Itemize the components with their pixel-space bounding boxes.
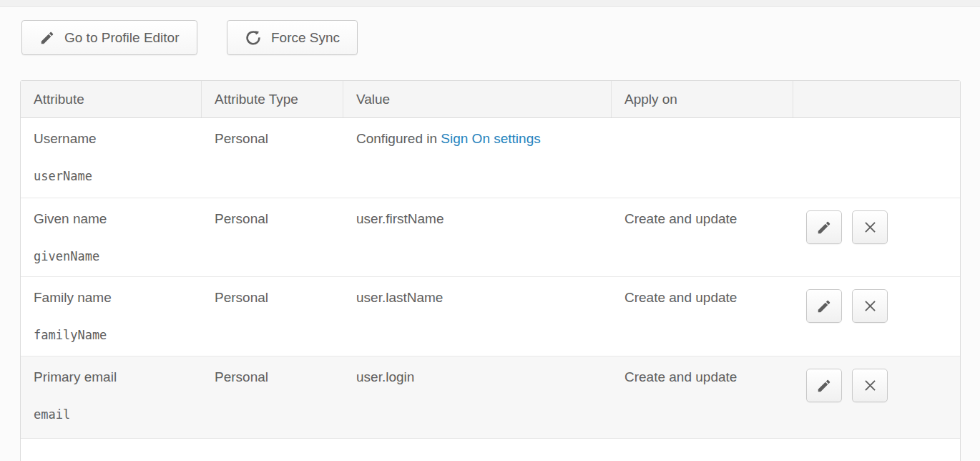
table-row-username: Username userName Personal Configured in…	[21, 118, 960, 198]
edit-attribute-button[interactable]	[806, 210, 842, 244]
attribute-type-cell: Personal	[202, 356, 343, 438]
attribute-cell: Family name familyName	[21, 277, 202, 356]
force-sync-label: Force Sync	[271, 30, 340, 46]
header-value: Value	[343, 81, 612, 117]
delete-attribute-button[interactable]	[852, 289, 888, 323]
apply-on-cell	[612, 118, 793, 198]
table-row-primary-email: Primary email email Personal user.login …	[21, 356, 960, 439]
delete-attribute-button[interactable]	[852, 369, 888, 402]
apply-on-cell: Create and update	[612, 198, 793, 276]
table-row-family-name: Family name familyName Personal user.las…	[21, 277, 960, 356]
attribute-cell: Given name givenName	[21, 198, 202, 276]
edit-attribute-button[interactable]	[806, 369, 842, 402]
actions-cell	[793, 198, 960, 276]
pencil-icon	[816, 220, 832, 236]
table-row-partial	[21, 439, 960, 461]
pencil-icon	[816, 378, 832, 394]
sign-on-settings-link[interactable]: Sign On settings	[441, 131, 540, 146]
value-cell: Configured in Sign On settings	[343, 118, 612, 198]
attribute-variable-name: userName	[34, 169, 202, 183]
attribute-mappings-table: Attribute Attribute Type Value Apply on …	[20, 80, 961, 461]
header-actions	[793, 81, 960, 117]
x-icon	[863, 220, 878, 235]
header-apply-on: Apply on	[612, 81, 793, 117]
value-text: Configured in	[356, 131, 441, 146]
x-icon	[863, 378, 878, 393]
table-row-given-name: Given name givenName Personal user.first…	[21, 198, 960, 277]
force-sync-button[interactable]: Force Sync	[227, 20, 358, 55]
apply-on-cell: Create and update	[612, 356, 793, 438]
attribute-variable-name: givenName	[34, 249, 202, 263]
value-cell: user.lastName	[343, 277, 612, 356]
value-cell: user.login	[343, 356, 612, 438]
header-attribute-type: Attribute Type	[202, 81, 343, 117]
table-header-row: Attribute Attribute Type Value Apply on	[21, 81, 960, 118]
pencil-icon	[39, 30, 55, 46]
attribute-variable-name: email	[34, 407, 202, 422]
header-attribute: Attribute	[21, 81, 202, 117]
attribute-variable-name: familyName	[34, 328, 202, 342]
attribute-mappings-page: Go to Profile Editor Force Sync Attribut…	[0, 0, 980, 461]
attribute-label: Primary email	[34, 369, 117, 384]
actions-cell	[793, 118, 960, 198]
refresh-icon	[245, 29, 262, 47]
go-to-profile-editor-button[interactable]: Go to Profile Editor	[21, 20, 197, 55]
attribute-type-cell: Personal	[202, 198, 343, 276]
attribute-label: Given name	[34, 211, 107, 226]
attribute-cell: Username userName	[21, 118, 202, 198]
edit-attribute-button[interactable]	[806, 289, 842, 323]
attribute-cell: Primary email email	[21, 356, 202, 438]
value-cell: user.firstName	[343, 198, 612, 276]
pencil-icon	[816, 299, 832, 314]
attribute-type-cell: Personal	[202, 277, 343, 356]
attribute-type-cell: Personal	[202, 118, 343, 198]
apply-on-cell: Create and update	[612, 277, 793, 356]
x-icon	[863, 299, 878, 314]
page-top-divider	[0, 0, 980, 7]
actions-cell	[793, 277, 960, 356]
go-to-profile-editor-label: Go to Profile Editor	[64, 30, 180, 46]
attribute-label: Family name	[34, 290, 112, 305]
actions-cell	[793, 356, 960, 438]
delete-attribute-button[interactable]	[852, 210, 888, 244]
attribute-label: Username	[34, 131, 97, 146]
